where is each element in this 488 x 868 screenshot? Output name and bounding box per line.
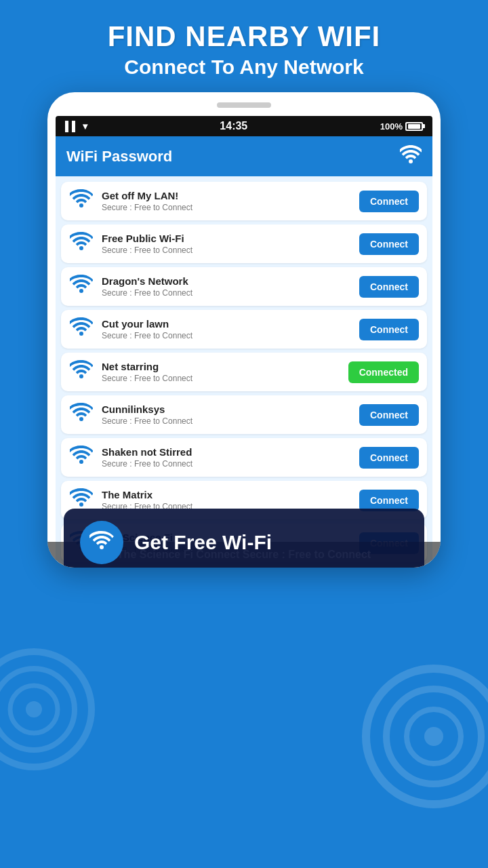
battery-fill (408, 124, 420, 129)
wifi-signal-icon (69, 189, 94, 214)
banner-label: Get Free Wi-Fi (134, 531, 272, 554)
banner-wifi-circle (80, 521, 123, 564)
wifi-list-item: Dragon's NetworkSecure : Free to Connect… (61, 267, 427, 306)
wifi-status-icon: ▾ (83, 121, 87, 132)
wifi-item-info: Cut your lawnSecure : Free to Connect (102, 318, 351, 340)
bg-decoration-left (0, 621, 95, 800)
battery-percent: 100% (380, 121, 403, 132)
wifi-item-name: Cunnilinksys (102, 403, 351, 415)
wifi-signal-icon (69, 402, 94, 427)
connect-button[interactable]: Connect (359, 447, 419, 469)
wifi-list-item: Net starringSecure : Free to ConnectConn… (61, 353, 427, 391)
wifi-list-item: Shaken not StirredSecure : Free to Conne… (61, 438, 427, 477)
connect-button[interactable]: Connect (359, 276, 419, 298)
wifi-item-security: Secure : Free to Connect (102, 203, 351, 212)
wifi-item-info: Get off My LAN!Secure : Free to Connect (102, 190, 351, 212)
svg-point-6 (10, 686, 58, 733)
svg-point-2 (407, 709, 461, 764)
wifi-item-name: Free Public Wi-Fi (102, 233, 351, 244)
wifi-item-info: Net starringSecure : Free to Connect (102, 361, 340, 383)
wifi-item-info: CunnilinksysSecure : Free to Connect (102, 403, 351, 426)
svg-point-3 (424, 727, 443, 746)
connect-button[interactable]: Connect (359, 233, 419, 255)
status-time: 14:35 (220, 120, 247, 132)
svg-point-1 (386, 689, 481, 784)
status-left: ▌▌ ▾ (65, 121, 87, 132)
wifi-list-container: Get off My LAN!Secure : Free to ConnectC… (56, 176, 432, 568)
phone-speaker (217, 102, 271, 108)
wifi-item-name: Get off My LAN! (102, 190, 351, 201)
wifi-list-item: Get off My LAN!Secure : Free to ConnectC… (61, 182, 427, 220)
wifi-item-info: Shaken not StirredSecure : Free to Conne… (102, 446, 351, 469)
svg-point-7 (26, 701, 42, 717)
svg-point-5 (0, 669, 75, 750)
status-right: 100% (380, 121, 423, 132)
connect-button[interactable]: Connect (359, 490, 419, 511)
wifi-item-security: Secure : Free to Connect (102, 288, 351, 298)
wifi-item-name: Cut your lawn (102, 318, 351, 330)
banner-wifi-icon (89, 529, 114, 556)
wifi-signal-icon (69, 317, 94, 342)
wifi-item-security: Secure : Free to Connect (102, 331, 351, 340)
header-line1: FIND NEARBY WIFI (14, 20, 474, 53)
wifi-item-security: Secure : Free to Connect (102, 374, 340, 383)
wifi-item-name: Net starring (102, 361, 340, 372)
signal-bars-icon: ▌▌ (65, 121, 79, 132)
wifi-item-name: Shaken not Stirred (102, 446, 351, 458)
page-header: FIND NEARBY WIFI Connect To Any Network (0, 0, 488, 85)
wifi-list-item: Cut your lawnSecure : Free to ConnectCon… (61, 310, 427, 349)
svg-point-0 (366, 669, 488, 804)
phone-mockup: ▌▌ ▾ 14:35 100% WiFi Password Get off My… (47, 92, 441, 568)
bg-decoration-right (359, 635, 488, 841)
connect-button[interactable]: Connect (359, 191, 419, 212)
wifi-signal-icon (69, 445, 94, 470)
app-wifi-icon (400, 144, 422, 168)
connect-button[interactable]: Connect (359, 319, 419, 340)
promo-banner[interactable]: Get Free Wi-Fi (64, 509, 424, 568)
app-header: WiFi Password (56, 136, 432, 176)
wifi-item-security: Secure : Free to Connect (102, 459, 351, 469)
header-line2: Connect To Any Network (14, 56, 474, 79)
wifi-item-name: The Matrix (102, 489, 351, 500)
wifi-signal-icon (69, 359, 94, 384)
wifi-item-security: Secure : Free to Connect (102, 245, 351, 255)
wifi-signal-icon (69, 274, 94, 299)
wifi-item-info: Free Public Wi-FiSecure : Free to Connec… (102, 233, 351, 255)
wifi-signal-icon (69, 231, 94, 256)
wifi-item-security: Secure : Free to Connect (102, 416, 351, 426)
status-bar: ▌▌ ▾ 14:35 100% (56, 116, 432, 136)
connected-button[interactable]: Connected (348, 361, 419, 383)
battery-icon (405, 122, 423, 131)
connect-button[interactable]: Connect (359, 404, 419, 426)
wifi-item-info: Dragon's NetworkSecure : Free to Connect (102, 275, 351, 298)
wifi-list-item: CunnilinksysSecure : Free to ConnectConn… (61, 395, 427, 434)
wifi-list-item: Free Public Wi-FiSecure : Free to Connec… (61, 224, 427, 263)
svg-point-4 (0, 652, 92, 767)
wifi-item-name: Dragon's Network (102, 275, 351, 287)
app-title: WiFi Password (66, 148, 172, 165)
